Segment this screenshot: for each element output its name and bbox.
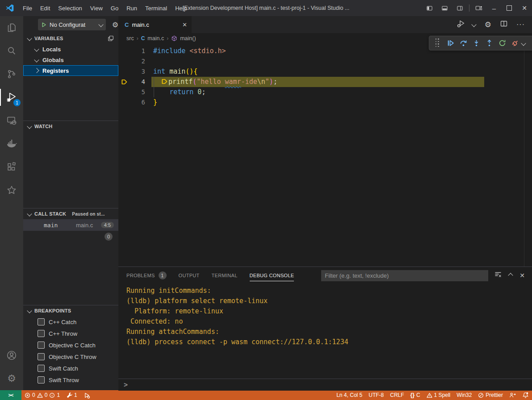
watch-section-header[interactable]: WATCH	[23, 121, 118, 132]
console-filter-input[interactable]	[321, 270, 488, 281]
menu-go[interactable]: Go	[107, 5, 122, 12]
disconnect-icon[interactable]	[509, 37, 522, 50]
docker-icon[interactable]	[0, 132, 23, 155]
settings-gear-icon[interactable]: ⚙	[0, 367, 23, 390]
start-debug-icon[interactable]	[41, 22, 47, 28]
drag-handle-icon[interactable]	[431, 37, 444, 50]
code-line-5[interactable]: 5 return 0;	[118, 87, 532, 97]
panel-tab-output[interactable]: OUTPUT	[179, 267, 200, 284]
customize-layout-icon[interactable]	[471, 0, 486, 16]
eol-indicator[interactable]: CRLF	[387, 390, 407, 400]
breakpoint-item-c-catch[interactable]: C++ Catch	[23, 316, 118, 328]
continue-icon[interactable]	[444, 37, 457, 50]
remote-explorer-icon[interactable]	[0, 109, 23, 132]
breakpoint-gutter[interactable]	[118, 46, 130, 56]
breadcrumb-folder[interactable]: src	[126, 35, 134, 42]
breakpoint-item-swift-catch[interactable]: Swift Catch	[23, 362, 118, 374]
menu-run[interactable]: Run	[122, 5, 141, 12]
extensions-icon[interactable]	[0, 155, 23, 179]
cursor-position[interactable]: Ln 4, Col 5	[333, 390, 365, 400]
remote-indicator[interactable]: ><	[0, 390, 21, 400]
clear-console-icon[interactable]	[494, 271, 502, 280]
code-line-2[interactable]: 2	[118, 56, 532, 67]
checkbox-unchecked[interactable]	[38, 342, 45, 349]
maximize-button[interactable]	[502, 0, 517, 16]
panel-tab-problems[interactable]: PROBLEMS1	[126, 267, 167, 284]
encoding-indicator[interactable]: UTF-8	[365, 390, 387, 400]
problems-status[interactable]: 0 0 1	[21, 390, 63, 400]
console-input-row[interactable]: >	[118, 379, 532, 391]
minimize-button[interactable]: –	[486, 0, 502, 16]
toggle-secondary-sidebar-icon[interactable]	[452, 0, 467, 16]
debug-status[interactable]	[80, 390, 93, 400]
line-content[interactable]: return 0;	[145, 87, 205, 97]
breakpoints-section-header[interactable]: BREAKPOINTS	[23, 305, 118, 316]
toggle-panel-icon[interactable]	[437, 0, 452, 16]
breadcrumb-symbol[interactable]: main()	[180, 35, 196, 42]
menu-selection[interactable]: Selection	[54, 5, 86, 12]
panel-tab-terminal[interactable]: TERMINAL	[212, 267, 238, 284]
code-line-3[interactable]: 3int main(){	[118, 67, 532, 77]
chevron-down-icon[interactable]	[471, 22, 476, 27]
checkbox-unchecked[interactable]	[38, 365, 45, 372]
paused-arrow-icon[interactable]	[118, 77, 130, 87]
platform-indicator[interactable]: Win32	[453, 390, 475, 400]
more-actions-icon[interactable]: ···	[516, 21, 525, 29]
breakpoint-gutter[interactable]	[118, 97, 130, 108]
breadcrumb-file[interactable]: main.c	[147, 35, 164, 42]
line-content[interactable]: printf("hello wamr-ide\n");	[145, 77, 277, 87]
line-content[interactable]: #include <stdio.h>	[145, 46, 226, 56]
account-icon[interactable]	[0, 344, 23, 367]
call-stack-section-header[interactable]: CALL STACK Paused on st...	[23, 208, 118, 219]
run-or-debug-icon[interactable]	[457, 20, 465, 29]
breakpoint-item-swift-throw[interactable]: Swift Throw	[23, 374, 118, 386]
source-control-icon[interactable]	[0, 62, 23, 86]
variables-item-globals[interactable]: Globals	[23, 54, 118, 65]
breakpoint-item-c-throw[interactable]: C++ Throw	[23, 328, 118, 339]
breakpoint-gutter[interactable]	[118, 87, 130, 97]
code-editor[interactable]: 1#include <stdio.h>23int main(){4 printf…	[118, 44, 532, 267]
menu-terminal[interactable]: Terminal	[141, 5, 171, 12]
debug-settings-gear-icon[interactable]: ⚙	[112, 21, 118, 29]
maximize-panel-icon[interactable]	[508, 273, 513, 278]
debug-config-dropdown[interactable]: No Configurat	[38, 19, 106, 30]
code-line-4[interactable]: 4 printf("hello wamr-ide\n");	[118, 77, 532, 87]
split-editor-icon[interactable]	[500, 20, 507, 29]
editor-settings-gear-icon[interactable]: ⚙	[485, 21, 491, 29]
close-window-button[interactable]: ✕	[517, 0, 532, 16]
notifications-bell-icon[interactable]	[519, 390, 532, 400]
restart-icon[interactable]	[496, 37, 509, 50]
toggle-sidebar-icon[interactable]	[422, 0, 437, 16]
tools-status[interactable]: 1	[63, 390, 80, 400]
checkbox-unchecked[interactable]	[38, 330, 45, 337]
close-tab-icon[interactable]: ✕	[182, 21, 187, 28]
breakpoint-gutter[interactable]	[118, 56, 130, 67]
checkbox-unchecked[interactable]	[38, 318, 45, 325]
variables-item-locals[interactable]: Locals	[23, 44, 118, 54]
variables-section-header[interactable]: VARIABLES	[23, 33, 118, 44]
feedback-icon[interactable]	[506, 390, 519, 400]
close-panel-icon[interactable]: ✕	[519, 272, 525, 279]
run-and-debug-icon[interactable]: 1	[0, 86, 23, 109]
chevron-down-icon[interactable]	[521, 41, 526, 46]
breakpoint-gutter[interactable]	[118, 67, 130, 77]
favorites-star-icon[interactable]	[0, 179, 23, 202]
explorer-icon[interactable]	[0, 16, 23, 39]
language-mode[interactable]: {} C	[407, 390, 423, 400]
line-content[interactable]: }	[145, 97, 157, 108]
step-over-icon[interactable]	[457, 37, 470, 50]
copy-value-icon[interactable]	[108, 35, 114, 42]
spell-checker-status[interactable]: 1 Spell	[423, 390, 454, 400]
step-out-icon[interactable]	[483, 37, 496, 50]
line-content[interactable]	[145, 56, 153, 67]
step-into-icon[interactable]	[470, 37, 483, 50]
search-icon[interactable]	[0, 39, 23, 62]
formatter-status[interactable]: Prettier	[475, 390, 506, 400]
tab-main-c[interactable]: C main.c ✕	[118, 16, 192, 33]
checkbox-unchecked[interactable]	[38, 353, 45, 360]
panel-tab-debug-console[interactable]: DEBUG CONSOLE	[250, 267, 294, 284]
call-stack-frame[interactable]: mainmain.c4:5	[23, 219, 118, 231]
line-content[interactable]: int main(){	[145, 67, 197, 77]
code-line-6[interactable]: 6}	[118, 97, 532, 108]
menu-view[interactable]: View	[86, 5, 107, 12]
